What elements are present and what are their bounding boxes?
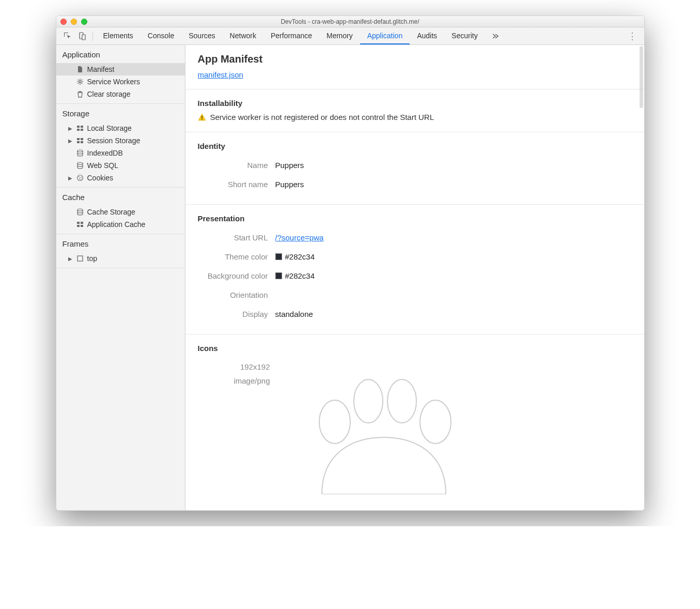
kv-label: Background color: [198, 271, 275, 280]
tab-console[interactable]: Console: [141, 27, 181, 44]
sidebar-item-label: Session Storage: [87, 136, 141, 145]
devtools-toolbar: ElementsConsoleSourcesNetworkPerformance…: [56, 27, 644, 45]
identity-heading: Identity: [198, 142, 632, 150]
frame-icon: [76, 254, 84, 263]
presentation-section: Presentation Start URL/?source=pwaTheme …: [185, 205, 644, 334]
expand-arrow-icon[interactable]: ▶: [68, 126, 73, 131]
kv-value: standalone: [275, 310, 313, 318]
sidebar-item-clear-storage[interactable]: ▶Clear storage: [56, 88, 185, 100]
identity-row-short-name: Short namePuppers: [198, 175, 632, 194]
application-main-panel: App Manifest manifest.json Installabilit…: [185, 45, 644, 510]
tab-network[interactable]: Network: [223, 27, 263, 44]
svg-rect-23: [77, 256, 83, 261]
kebab-menu-icon[interactable]: ⋮: [625, 31, 640, 42]
installability-section: Installability Service worker is not reg…: [185, 89, 644, 132]
presentation-heading: Presentation: [198, 214, 632, 223]
installability-warning-text: Service worker is not registered or does…: [210, 113, 434, 121]
tab-performance[interactable]: Performance: [263, 27, 319, 44]
sidebar-item-service-workers[interactable]: ▶Service Workers: [56, 75, 185, 88]
sidebar-section-storage: Storage: [56, 104, 185, 122]
installability-warning-row: Service worker is not registered or does…: [198, 113, 632, 121]
start-url-link[interactable]: /?source=pwa: [275, 233, 324, 242]
scrollbar[interactable]: [640, 46, 643, 108]
icon-meta: 192x192 image/png: [198, 360, 270, 388]
tab-sources[interactable]: Sources: [181, 27, 222, 44]
svg-point-18: [77, 209, 83, 211]
svg-rect-9: [77, 141, 80, 143]
svg-point-12: [77, 162, 83, 164]
file-icon: [76, 65, 84, 73]
sidebar-item-cache-storage[interactable]: ▶Cache Storage: [56, 206, 185, 218]
tab-elements[interactable]: Elements: [96, 27, 141, 44]
sidebar-item-web-sql[interactable]: ▶Web SQL: [56, 159, 185, 172]
sidebar-item-label: Web SQL: [87, 161, 118, 170]
expand-arrow-icon[interactable]: ▶: [68, 138, 73, 144]
sidebar-item-label: top: [87, 254, 97, 263]
presentation-row-start-url: Start URL/?source=pwa: [198, 228, 632, 247]
warning-icon: [198, 113, 206, 121]
grid-icon: [76, 136, 84, 145]
kv-value-text: #282c34: [285, 271, 315, 280]
presentation-row-display: Displaystandalone: [198, 305, 632, 324]
expand-arrow-icon[interactable]: ▶: [68, 256, 73, 262]
tab-application[interactable]: Application: [360, 27, 410, 44]
tab-audits[interactable]: Audits: [410, 27, 444, 44]
kv-value-text: standalone: [275, 310, 313, 318]
svg-rect-8: [81, 138, 83, 140]
kv-label: Theme color: [198, 252, 275, 261]
page-title: App Manifest: [198, 53, 632, 65]
devtools-body: Application▶Manifest▶Service Workers▶Cle…: [56, 45, 644, 510]
svg-point-13: [77, 175, 83, 181]
svg-rect-6: [81, 129, 83, 131]
svg-point-11: [77, 150, 83, 152]
kv-label: Orientation: [198, 291, 275, 299]
sidebar-item-manifest[interactable]: ▶Manifest: [56, 63, 185, 75]
sidebar-item-indexeddb[interactable]: ▶IndexedDB: [56, 147, 185, 159]
devtools-tabs: ElementsConsoleSourcesNetworkPerformance…: [96, 27, 485, 44]
svg-rect-22: [81, 225, 83, 227]
expand-arrow-icon[interactable]: ▶: [68, 175, 73, 181]
inspect-element-icon[interactable]: [60, 29, 75, 43]
device-toolbar-icon[interactable]: [75, 29, 89, 43]
icon-size: 192x192: [198, 360, 270, 374]
sidebar-item-application-cache[interactable]: ▶Application Cache: [56, 218, 185, 231]
sidebar-item-top[interactable]: ▶top: [56, 252, 185, 265]
window-title: DevTools - cra-web-app-manifest-defaut.g…: [56, 18, 644, 25]
tab-memory[interactable]: Memory: [319, 27, 360, 44]
window-titlebar: DevTools - cra-web-app-manifest-defaut.g…: [56, 16, 644, 27]
color-swatch: [275, 272, 282, 279]
manifest-json-link[interactable]: manifest.json: [198, 70, 243, 79]
svg-rect-1: [82, 35, 85, 40]
svg-point-28: [387, 379, 416, 423]
svg-rect-21: [77, 225, 80, 227]
devtools-window: DevTools - cra-web-app-manifest-defaut.g…: [56, 16, 645, 511]
icons-section: Icons 192x192 image/png: [185, 334, 644, 504]
tab-security[interactable]: Security: [444, 27, 485, 44]
svg-point-2: [79, 81, 81, 83]
svg-point-16: [79, 178, 80, 179]
sidebar-item-session-storage[interactable]: ▶Session Storage: [56, 134, 185, 147]
cookie-icon: [76, 174, 84, 182]
svg-rect-5: [77, 129, 80, 131]
sidebar-item-local-storage[interactable]: ▶Local Storage: [56, 122, 185, 134]
sidebar-item-label: IndexedDB: [87, 149, 123, 157]
kv-value: Puppers: [275, 161, 304, 170]
kv-value: #282c34: [275, 271, 315, 280]
sidebar-item-label: Clear storage: [87, 90, 131, 98]
kv-label: Name: [198, 161, 275, 170]
svg-rect-3: [77, 126, 80, 128]
svg-rect-4: [81, 126, 83, 128]
kv-value: Puppers: [275, 180, 304, 189]
svg-point-29: [420, 400, 451, 444]
color-swatch: [275, 253, 282, 260]
sidebar-section-cache: Cache: [56, 188, 185, 206]
installability-heading: Installability: [198, 99, 632, 108]
svg-rect-20: [81, 222, 83, 224]
svg-rect-10: [81, 141, 83, 143]
db-icon: [76, 161, 84, 170]
sidebar-item-cookies[interactable]: ▶Cookies: [56, 172, 185, 184]
more-tabs-icon[interactable]: [488, 33, 502, 40]
svg-point-14: [79, 176, 80, 177]
sidebar-item-label: Cookies: [87, 174, 114, 182]
grid-icon: [76, 220, 84, 229]
